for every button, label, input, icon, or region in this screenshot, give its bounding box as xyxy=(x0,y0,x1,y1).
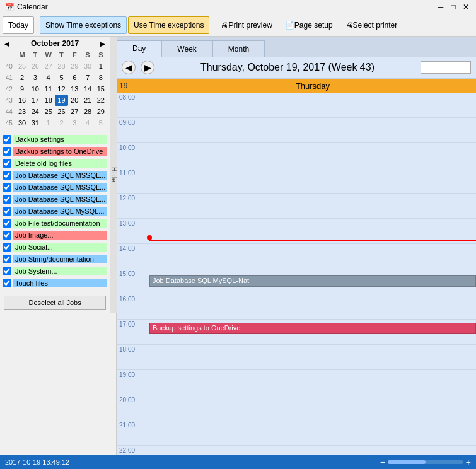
job-checkbox-job-string-doc[interactable] xyxy=(3,255,11,263)
next-day-button[interactable]: ▶ xyxy=(141,61,154,74)
minimize-button[interactable]: ─ xyxy=(436,2,446,12)
calendar-day[interactable]: 30 xyxy=(81,61,95,72)
mini-cal-title: October 2017 xyxy=(31,39,79,48)
calendar-day[interactable]: 26 xyxy=(28,61,42,72)
time-cell[interactable] xyxy=(149,194,476,218)
calendar-day[interactable]: 23 xyxy=(16,106,29,117)
next-month-button[interactable]: ▶ xyxy=(98,40,107,47)
zoom-slider[interactable] xyxy=(388,460,463,464)
calendar-day[interactable]: 29 xyxy=(94,106,107,117)
calendar-day[interactable]: 3 xyxy=(68,117,81,129)
maximize-button[interactable]: □ xyxy=(448,2,458,12)
calendar-day[interactable]: 20 xyxy=(68,95,81,106)
calendar-day[interactable]: 29 xyxy=(68,61,81,72)
job-checkbox-job-db-sql-mssql-1[interactable] xyxy=(3,171,11,180)
calendar-day[interactable]: 28 xyxy=(81,106,95,117)
calendar-day[interactable]: 5 xyxy=(55,72,68,83)
calendar-day[interactable]: 3 xyxy=(28,72,42,83)
tab-day[interactable]: Day xyxy=(117,40,161,57)
calendar-day[interactable]: 16 xyxy=(16,95,29,106)
list-item: Job Image... xyxy=(3,229,107,241)
calendar-day[interactable]: 22 xyxy=(94,95,107,106)
calendar-day[interactable]: 4 xyxy=(81,117,95,129)
calendar-day[interactable]: 27 xyxy=(42,61,55,72)
prev-day-button[interactable]: ◀ xyxy=(122,61,136,74)
time-cell[interactable] xyxy=(149,420,476,445)
calendar-day[interactable]: 30 xyxy=(16,117,29,129)
calendar-day[interactable]: 5 xyxy=(94,117,107,129)
time-cell[interactable] xyxy=(149,294,476,319)
time-cell[interactable] xyxy=(149,93,476,117)
calendar-day[interactable]: 19 xyxy=(55,95,68,106)
calendar-day[interactable]: 4 xyxy=(42,72,55,83)
page-setup-button[interactable]: 📄 Page setup xyxy=(279,16,339,34)
time-cell[interactable] xyxy=(149,345,476,369)
job-checkbox-job-file-test[interactable] xyxy=(3,219,11,228)
calendar-day[interactable]: 28 xyxy=(55,61,68,72)
time-cell[interactable] xyxy=(149,143,476,168)
time-scroll-area[interactable]: 19 Thursday 00:0001:0002:0003:0004:0005:… xyxy=(117,79,476,455)
use-time-exceptions-button[interactable]: Use Time exceptions xyxy=(128,16,209,34)
calendar-day[interactable]: 18 xyxy=(42,95,55,106)
app-icon: 📅 xyxy=(5,3,15,11)
calendar-day[interactable]: 14 xyxy=(81,83,95,95)
time-cell[interactable] xyxy=(149,370,476,395)
calendar-day[interactable]: 26 xyxy=(55,106,68,117)
time-cell[interactable] xyxy=(149,446,476,455)
print-preview-button[interactable]: 🖨 Print preview xyxy=(215,16,277,34)
job-checkbox-job-system[interactable] xyxy=(3,267,11,275)
calendar-day[interactable]: 21 xyxy=(81,95,95,106)
calendar-day[interactable]: 11 xyxy=(42,83,55,95)
calendar-day[interactable]: 12 xyxy=(55,83,68,95)
today-button[interactable]: Today xyxy=(3,16,34,34)
tab-week[interactable]: Week xyxy=(161,40,212,57)
calendar-day[interactable]: 17 xyxy=(28,95,42,106)
calendar-header: ◀ ▶ Thursday, October 19, 2017 (Week 43) xyxy=(117,57,476,79)
time-cell[interactable] xyxy=(149,118,476,142)
select-printer-button[interactable]: 🖨 Select printer xyxy=(340,16,403,34)
zoom-out-button[interactable]: − xyxy=(380,457,385,467)
time-cell[interactable] xyxy=(149,244,476,269)
job-checkbox-job-db-sql-mysql-1[interactable] xyxy=(3,207,11,216)
calendar-day[interactable]: 7 xyxy=(81,72,95,83)
prev-month-button[interactable]: ◀ xyxy=(3,40,11,47)
event-block[interactable]: Backup settings to OneDrive xyxy=(149,323,476,334)
calendar-day[interactable]: 9 xyxy=(16,83,29,95)
job-checkbox-delete-old-log[interactable] xyxy=(3,159,11,168)
calendar-day[interactable]: 13 xyxy=(68,83,81,95)
calendar-search-input[interactable] xyxy=(421,61,471,74)
toolbar-separator-2 xyxy=(212,18,212,32)
event-block[interactable]: Job Database SQL MySQL-Nat xyxy=(149,275,476,287)
day-header-mon: M xyxy=(16,49,29,61)
zoom-in-button[interactable]: + xyxy=(466,457,471,467)
printer-icon: 🖨 xyxy=(345,21,353,30)
calendar-day[interactable]: 25 xyxy=(16,61,29,72)
job-checkbox-backup-settings-onedrive[interactable] xyxy=(3,147,11,156)
show-time-exceptions-button[interactable]: Show Time exceptions xyxy=(40,16,127,34)
tab-month[interactable]: Month xyxy=(212,40,265,57)
time-cell[interactable] xyxy=(149,168,476,193)
job-checkbox-backup-settings[interactable] xyxy=(3,135,11,144)
calendar-day[interactable]: 6 xyxy=(68,72,81,83)
calendar-day[interactable]: 24 xyxy=(28,106,42,117)
job-checkbox-job-image[interactable] xyxy=(3,231,11,240)
calendar-day[interactable]: 1 xyxy=(94,61,107,72)
job-checkbox-job-db-sql-mssql-3[interactable] xyxy=(3,195,11,204)
time-cell[interactable] xyxy=(149,395,476,420)
calendar-day[interactable]: 15 xyxy=(94,83,107,95)
calendar-day[interactable]: 27 xyxy=(68,106,81,117)
calendar-day[interactable]: 2 xyxy=(55,117,68,129)
list-item: Touch files xyxy=(3,277,107,289)
job-checkbox-job-db-sql-mssql-2[interactable] xyxy=(3,183,11,192)
job-checkbox-job-social[interactable] xyxy=(3,243,11,252)
calendar-day[interactable]: 31 xyxy=(28,117,42,129)
mini-cal-header: ◀ October 2017 ▶ xyxy=(3,39,107,48)
calendar-day[interactable]: 10 xyxy=(28,83,42,95)
deselect-all-button[interactable]: Deselect all Jobs xyxy=(4,296,106,310)
calendar-day[interactable]: 8 xyxy=(94,72,107,83)
calendar-day[interactable]: 2 xyxy=(16,72,29,83)
calendar-day[interactable]: 25 xyxy=(42,106,55,117)
calendar-day[interactable]: 1 xyxy=(42,117,55,129)
job-checkbox-touch-files[interactable] xyxy=(3,279,11,287)
close-button[interactable]: ✕ xyxy=(461,2,471,12)
